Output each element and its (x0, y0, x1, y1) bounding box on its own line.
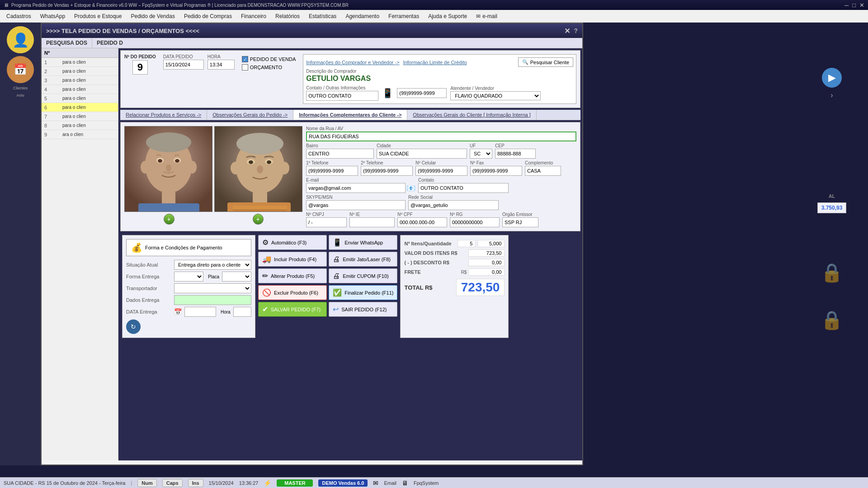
order-type-checkboxes: ✓ PEDIDO DE VENDA ORÇAMENTO (242, 56, 296, 70)
placa-label: Placa (208, 274, 219, 279)
phone-input[interactable] (397, 88, 447, 98)
window-close-btn[interactable]: ✕ (564, 27, 570, 35)
close-btn[interactable]: ✕ (859, 2, 864, 9)
fax-input[interactable] (470, 166, 522, 176)
menu-pedido-compras[interactable]: Pedido de Compras (179, 11, 236, 21)
nav-right-chevron[interactable]: › (830, 91, 833, 99)
nav-right-arrow-btn[interactable]: ▶ (822, 68, 842, 88)
entrega-row: Forma Entrega Placa (126, 272, 251, 282)
whatsapp-btn[interactable]: 📱 Enviar WhatsApp (329, 235, 397, 250)
incluir-btn[interactable]: 🚚 Incluir Produto (F4) (258, 252, 327, 267)
menu-agendamento[interactable]: Agendamento (341, 11, 384, 21)
menu-estatisticas[interactable]: Estatísticas (304, 11, 341, 21)
orcamento-checkbox[interactable]: ORÇAMENTO (242, 64, 296, 70)
table-row[interactable]: 3 para o clien (42, 76, 118, 85)
buyer-tab-comprador[interactable]: Informações do Comprador e Vendedor -> (306, 60, 399, 65)
contato-input[interactable] (418, 183, 509, 193)
valor-row: VALOR DOS ITENS R$ 723,50 (404, 249, 505, 258)
svg-rect-12 (138, 203, 199, 212)
hour-input[interactable] (208, 60, 235, 70)
minimize-btn[interactable]: ─ (844, 2, 849, 9)
pedido-label: PEDIDO D (92, 38, 127, 48)
window-help-btn[interactable]: ? (574, 27, 578, 34)
excluir-btn[interactable]: 🚫 Excluir Produto (F6) (258, 285, 327, 300)
svg-point-19 (257, 165, 263, 174)
date-field: DATA PEDIDO (163, 54, 204, 70)
payment-btn[interactable]: 💰 Forma e Condições de Pagamento (126, 239, 251, 256)
photo-add-btn-1[interactable]: + (164, 214, 175, 225)
hora-entrega-input[interactable] (233, 307, 251, 317)
rede-field: Rede Social (408, 195, 499, 210)
table-row[interactable]: 1 para o clien (42, 58, 118, 67)
menu-ajuda[interactable]: Ajuda e Suporte (424, 11, 472, 21)
table-row[interactable]: 9 ara o clien (42, 130, 118, 139)
skype-input[interactable] (306, 200, 406, 210)
tab-obs-cliente[interactable]: Observações Gerais do Cliente [ Informaç… (407, 110, 536, 120)
rede-input[interactable] (408, 200, 499, 210)
table-row[interactable]: 7 para o clien (42, 112, 118, 121)
comp-input[interactable] (525, 166, 561, 176)
data-entrega-input[interactable] (184, 307, 216, 317)
table-row[interactable]: 4 para o clien (42, 85, 118, 94)
table-row[interactable]: 5 para o clien (42, 94, 118, 103)
date-input[interactable] (163, 60, 204, 70)
table-row[interactable]: 8 para o clien (42, 121, 118, 130)
tel1-input[interactable] (306, 166, 358, 176)
table-row[interactable]: 2 para o clien (42, 67, 118, 76)
contact-input[interactable] (306, 91, 378, 101)
bairro-input[interactable] (306, 149, 374, 159)
finalizar-btn[interactable]: ✅ Finalizar Pedido (F11) (329, 285, 397, 300)
orgao-field: Orgão Emissor (502, 212, 538, 227)
street-input[interactable] (306, 131, 576, 141)
cidade-input[interactable] (377, 149, 467, 159)
sair-btn[interactable]: ↩ SAIR PEDIDO (F12) (329, 302, 397, 317)
menu-pedido-vendas[interactable]: Pedido de Vendas (126, 11, 179, 21)
refresh-icon[interactable]: ↻ (126, 319, 141, 334)
alterar-btn[interactable]: ✏ Alterar Produto (F5) (258, 268, 327, 283)
venda-checkbox[interactable]: ✓ PEDIDO DE VENDA (242, 56, 296, 62)
rg-input[interactable] (450, 217, 500, 227)
salvar-btn[interactable]: ✔ SALVAR PEDIDO (F7) (258, 302, 327, 317)
menu-produtos[interactable]: Produtos e Estoque (70, 11, 126, 21)
status-num: Num (137, 479, 156, 487)
dados-input[interactable] (174, 295, 251, 305)
menu-email[interactable]: ✉ e-mail (472, 11, 502, 21)
cep-input[interactable] (495, 149, 536, 159)
order-num-value[interactable]: 9 (132, 60, 148, 75)
status-fpq: FpqSystem (414, 480, 439, 486)
email-input[interactable] (306, 183, 406, 193)
menu-cadastros[interactable]: Cadastros (2, 11, 36, 21)
ie-input[interactable] (349, 217, 395, 227)
cnpj-input[interactable] (306, 217, 347, 227)
cpf-input[interactable] (397, 217, 447, 227)
photo-add-btn-2[interactable]: + (253, 214, 264, 225)
menu-whatsapp[interactable]: WhatsApp (36, 11, 70, 21)
situacao-select[interactable]: Entrega direto para o cliente (174, 260, 251, 270)
transportador-row: Transportador (126, 283, 251, 293)
maximize-btn[interactable]: □ (852, 2, 856, 9)
tab-info-cliente[interactable]: Informações Complementares do Cliente -> (293, 110, 407, 120)
cel-input[interactable] (415, 166, 467, 176)
buyer-tab-credito[interactable]: Informação Limite de Crédito (403, 60, 467, 65)
pesquisar-cliente-btn[interactable]: 🔍 Pesquisar Cliente (518, 57, 573, 67)
client-avatar-1: 👤 (7, 26, 34, 53)
menu-ferramentas[interactable]: Ferramentas (384, 11, 424, 21)
tab-produtos[interactable]: Relacionar Produtos e Serviços -> (120, 110, 207, 120)
tel2-input[interactable] (361, 166, 413, 176)
table-row-selected[interactable]: 6 para o clien (42, 103, 118, 112)
transportador-select[interactable] (174, 283, 251, 293)
menu-financeiro[interactable]: Financeiro (236, 11, 271, 21)
emitir-jato-btn[interactable]: 🖨 Emitir Jato/Laser (F8) (329, 252, 397, 267)
atendente-select[interactable]: FLAVIO QUADRADO (450, 91, 541, 100)
tab-obs-pedido[interactable]: Observações Gerais do Pedido -> (207, 110, 293, 120)
entrega-select[interactable] (174, 272, 203, 282)
placa-select[interactable] (222, 272, 251, 282)
orgao-input[interactable] (502, 217, 538, 227)
order-num-label: Nº DO PEDIDO (124, 54, 156, 59)
menu-relatorios[interactable]: Relatórios (271, 11, 304, 21)
emitir-cupom-btn[interactable]: 🖨 Emitir CUPOM (F10) (329, 268, 397, 283)
automatico-btn[interactable]: ⚙ Automático (F3) (258, 235, 327, 250)
date-time-section: DATA PEDIDO HORA (163, 54, 235, 70)
uf-select[interactable]: SC (470, 149, 492, 159)
address-fields: Nome da Rua / AV Bairro Cidade (306, 126, 576, 227)
